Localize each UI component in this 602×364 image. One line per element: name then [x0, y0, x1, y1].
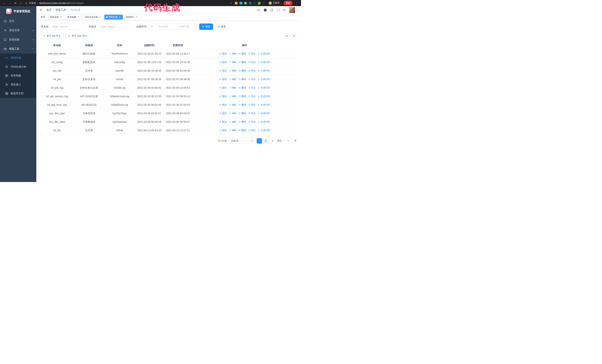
generate-code-link[interactable]: 生成代码 — [258, 77, 270, 81]
preview-link[interactable]: 预览 — [219, 60, 227, 64]
browser-extension-icon[interactable] — [248, 2, 252, 5]
delete-link[interactable]: 删除 — [239, 103, 246, 107]
view-tab[interactable]: 代码生成 × — [104, 15, 123, 20]
edit-link[interactable]: 编辑 — [229, 94, 236, 98]
preview-link[interactable]: 预览 — [219, 77, 227, 81]
view-tab[interactable]: 系统接口 × — [124, 15, 140, 20]
browser-extension-icon[interactable] — [262, 2, 265, 5]
browser-update-button[interactable]: 更新 — [284, 1, 292, 5]
edit-link[interactable]: 编辑 — [229, 77, 236, 81]
delete-link[interactable]: 删除 — [239, 94, 246, 98]
toggle-search-button[interactable] — [284, 33, 290, 39]
page-number[interactable]: 2 — [263, 138, 268, 144]
font-size-icon[interactable]: TT — [283, 9, 286, 11]
sync-link[interactable]: 同步 — [248, 69, 256, 73]
page-size-select[interactable]: 10条/页 — [229, 138, 248, 144]
view-tab[interactable]: 链路追踪 × — [48, 15, 64, 20]
generate-code-link[interactable]: 生成代码 — [258, 94, 270, 98]
github-icon[interactable] — [264, 8, 267, 12]
preview-link[interactable]: 预览 — [219, 52, 227, 56]
preview-link[interactable]: 预览 — [219, 128, 227, 132]
sync-link[interactable]: 同步 — [248, 128, 256, 132]
preview-link[interactable]: 预览 — [219, 86, 227, 90]
sync-link[interactable]: 同步 — [248, 77, 256, 81]
search-button[interactable]: 搜索 — [199, 23, 213, 30]
edit-link[interactable]: 编辑 — [229, 52, 236, 56]
reload-icon[interactable]: ↻ — [13, 1, 18, 6]
delete-link[interactable]: 删除 — [239, 69, 246, 73]
browser-extension-icon[interactable] — [239, 1, 243, 5]
page-number[interactable]: 1 — [257, 138, 262, 144]
sidebar-item-home[interactable]: 首页 — [0, 16, 36, 26]
browser-extension-icon[interactable] — [235, 2, 238, 5]
back-icon[interactable]: ← — [2, 1, 7, 6]
sidebar-item-db-doc[interactable]: 数据库文档 — [0, 89, 36, 98]
date-range-picker[interactable]: 开始日期 - 结束日期 — [149, 23, 195, 30]
prev-page-button[interactable] — [250, 138, 255, 144]
sync-link[interactable]: 同步 — [248, 60, 256, 64]
help-icon[interactable]: ? — [270, 9, 273, 12]
generate-code-link[interactable]: 生成代码 — [258, 120, 270, 124]
close-icon[interactable]: × — [118, 16, 121, 19]
terminal-extension-icon[interactable]: >_ — [253, 2, 256, 5]
delete-link[interactable]: 删除 — [239, 128, 246, 132]
edit-link[interactable]: 编辑 — [229, 120, 236, 124]
search-icon[interactable] — [257, 9, 260, 12]
generate-code-link[interactable]: 生成代码 — [258, 52, 270, 56]
delete-link[interactable]: 删除 — [239, 86, 246, 90]
preview-link[interactable]: 预览 — [219, 94, 227, 98]
view-tab[interactable]: 代码生成示例 × — [83, 15, 103, 20]
edit-link[interactable]: 编辑 — [229, 103, 236, 107]
view-tab[interactable]: 首页 — [39, 15, 47, 20]
next-page-button[interactable] — [270, 138, 275, 144]
vue-devtools-icon[interactable]: V — [244, 2, 247, 5]
preview-link[interactable]: 预览 — [219, 120, 227, 124]
edit-link[interactable]: 编辑 — [229, 60, 236, 64]
preview-link[interactable]: 预览 — [219, 103, 227, 107]
delete-link[interactable]: 删除 — [239, 60, 246, 64]
chevron-down-icon[interactable]: ▾ — [297, 9, 298, 11]
sidebar-item-system[interactable]: 系统管理 — [0, 26, 36, 35]
import-db-button[interactable]: 基于 DB 导入 — [40, 33, 64, 39]
preview-link[interactable]: 预览 — [219, 112, 227, 115]
generate-code-link[interactable]: 生成代码 — [258, 112, 270, 115]
bookmark-star-icon[interactable]: ☆ — [230, 2, 232, 5]
import-sql-button[interactable]: 基于 SQL 导入 — [65, 33, 90, 39]
generate-code-link[interactable]: 生成代码 — [258, 60, 270, 64]
generate-code-link[interactable]: 生成代码 — [258, 128, 270, 132]
table-name-input[interactable] — [50, 23, 85, 30]
table-desc-input[interactable] — [98, 23, 133, 30]
user-avatar[interactable] — [289, 7, 295, 13]
edit-link[interactable]: 编辑 — [229, 128, 236, 132]
sync-link[interactable]: 同步 — [248, 120, 256, 124]
address-bar[interactable]: ⚠ 不安全 dashboard.yudao.iocoder.cn/tool/co… — [25, 1, 232, 5]
edit-link[interactable]: 编辑 — [229, 86, 236, 90]
browser-menu-icon[interactable]: ⋮ — [294, 1, 299, 6]
home-icon[interactable]: ⌂ — [19, 1, 23, 6]
sync-link[interactable]: 同步 — [248, 112, 256, 115]
edit-link[interactable]: 编辑 — [229, 69, 236, 73]
preview-link[interactable]: 预览 — [219, 69, 227, 73]
delete-link[interactable]: 删除 — [239, 77, 246, 81]
breadcrumb-item[interactable]: 首页 — [46, 8, 52, 12]
goto-page-input[interactable] — [284, 138, 292, 144]
close-icon[interactable]: × — [77, 16, 80, 19]
sync-link[interactable]: 同步 — [248, 86, 256, 90]
sidebar-item-system-api[interactable]: 系统接口 — [0, 80, 36, 89]
close-icon[interactable]: × — [60, 16, 62, 19]
close-icon[interactable]: × — [99, 16, 101, 19]
delete-link[interactable]: 删除 — [239, 112, 246, 115]
sidebar-item-codegen-example[interactable]: 代码生成示例 — [0, 62, 36, 71]
profile-paused-badge[interactable]: 已暂停 — [268, 1, 281, 5]
breadcrumb-item[interactable]: 研发工具 — [55, 8, 66, 12]
sync-link[interactable]: 同步 — [248, 94, 256, 98]
refresh-table-button[interactable] — [291, 33, 297, 39]
close-icon[interactable]: × — [136, 16, 138, 19]
edit-link[interactable]: 编辑 — [229, 112, 236, 115]
sidebar-item-infra[interactable]: 基础设施 — [0, 35, 36, 44]
delete-link[interactable]: 删除 — [239, 52, 246, 56]
sync-link[interactable]: 同步 — [248, 52, 256, 56]
sync-link[interactable]: 同步 — [248, 103, 256, 107]
generate-code-link[interactable]: 生成代码 — [258, 103, 270, 107]
sidebar-item-form-builder[interactable]: 表单构建 — [0, 71, 36, 80]
